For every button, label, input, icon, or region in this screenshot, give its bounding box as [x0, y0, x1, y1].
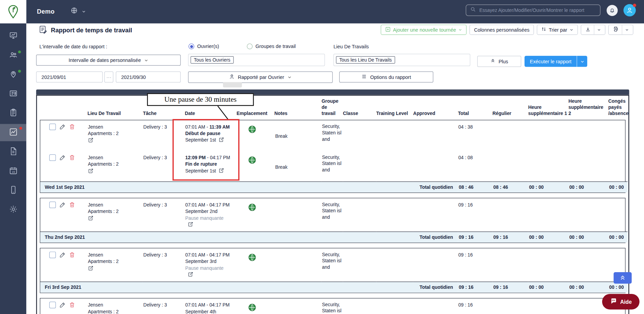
date-range-select[interactable]: Intervalle de dates personnalisée [36, 54, 181, 66]
edit-worksite-icon[interactable] [88, 137, 93, 145]
online-dot [18, 70, 21, 72]
worksites-chip[interactable]: Tous les Lieu De Travails [336, 56, 395, 64]
date-to-input[interactable] [116, 71, 181, 83]
daily-total-label: Total quotidien [419, 185, 458, 189]
edit-worksite-icon[interactable] [88, 215, 93, 222]
workers-filter-field[interactable]: Tous les Ouvriers [188, 54, 325, 66]
date-cell: 07:01 AM - 04:17 PMSeptember 4thPause ma… [185, 298, 237, 314]
row-select-checkbox[interactable] [49, 302, 56, 308]
row-select-checkbox[interactable] [49, 201, 56, 208]
edit-worksite-icon[interactable] [88, 266, 93, 273]
sidebar-item-dashboard[interactable] [0, 28, 26, 45]
location-globe-icon[interactable] [248, 156, 256, 166]
delete-row-icon[interactable] [69, 154, 75, 162]
table-top-bar [36, 89, 629, 95]
sidebar-item-schedule[interactable]: 15 [0, 163, 26, 180]
column-header: Heure supplémentaire 2 [568, 96, 608, 119]
language-selector[interactable] [71, 7, 86, 16]
run-report-caret[interactable] [577, 56, 587, 67]
delete-row-icon[interactable] [69, 201, 75, 209]
row-select-checkbox[interactable] [49, 123, 56, 130]
edit-worksite-icon[interactable] [88, 168, 93, 176]
edit-date-icon[interactable] [188, 222, 193, 229]
work-group: Security,Staten island [322, 151, 343, 182]
table-groups: Jensen Apartments : 2Delivery : 307:01 A… [37, 120, 629, 314]
location-globe-icon[interactable] [248, 303, 256, 313]
total-hours: 09 : 16 [458, 198, 492, 232]
notifications-button[interactable] [607, 5, 618, 16]
worksite-name: Jensen Apartments : 2 [88, 201, 127, 215]
global-search [466, 4, 600, 16]
daily-total-value: 09 : 16 [493, 282, 528, 293]
worksite-name: Jensen Apartments : 2 [88, 154, 127, 167]
daily-total-value: 00 : 00 [568, 232, 608, 243]
work-group: Security,Staten island [322, 120, 343, 151]
sort-by-button[interactable]: Trier par [537, 24, 578, 35]
location-globe-icon[interactable] [248, 125, 256, 135]
gear-icon [9, 205, 17, 215]
edit-row-icon[interactable] [60, 251, 66, 259]
help-button[interactable]: Aide [602, 294, 640, 310]
day-label: Thu 2nd Sep 2021 [40, 235, 85, 239]
news-icon [9, 89, 17, 99]
location-globe-icon[interactable] [248, 253, 256, 263]
download-button[interactable] [581, 24, 605, 35]
worksites-icon [9, 70, 17, 80]
date-range-label: L'intervalle de date du rapport : [39, 44, 107, 50]
row-select-checkbox[interactable] [49, 251, 56, 258]
workers-chip[interactable]: Tous les Ouvriers [191, 56, 234, 64]
worksites-filter-field[interactable]: Tous les Lieu De Travails [334, 54, 470, 66]
annotation-highlight-box [173, 119, 240, 181]
edit-row-icon[interactable] [60, 123, 66, 131]
report-table: Lieu De TravailTâcheDateEmplacementNotes… [36, 95, 629, 314]
note-text [274, 198, 322, 232]
sidebar-item-worksites[interactable] [0, 66, 26, 83]
reports-icon [9, 128, 17, 138]
location-globe-icon[interactable] [248, 203, 256, 213]
task-name: Delivery : 3 [143, 248, 185, 282]
sidebar-item-news[interactable] [0, 85, 26, 103]
row-select-checkbox[interactable] [49, 154, 56, 161]
table-collapse-tab[interactable] [223, 82, 242, 87]
scroll-to-top-button[interactable] [614, 272, 632, 284]
edit-row-icon[interactable] [60, 154, 66, 162]
worksites-label: Lieu De Travails [334, 44, 369, 50]
column-header: Heure supplémentaire 1 [528, 96, 568, 119]
app-logo[interactable] [0, 0, 26, 23]
add-tour-button[interactable]: Ajouter une nouvelle tournée [381, 24, 467, 35]
edit-row-icon[interactable] [60, 302, 66, 310]
sidebar-item-settings[interactable] [0, 201, 26, 218]
sidebar-item-tasks[interactable] [0, 105, 26, 122]
delete-row-icon[interactable] [69, 123, 75, 131]
table-header-row: Lieu De TravailTâcheDateEmplacementNotes… [37, 96, 630, 119]
note-text: Break [274, 120, 322, 151]
radio-workers[interactable]: Ouvrier(s) [189, 44, 219, 49]
sidebar-item-workers[interactable] [0, 47, 26, 64]
user-avatar[interactable] [624, 4, 636, 16]
topbar: Demo [26, 0, 644, 23]
delete-row-icon[interactable] [69, 251, 75, 259]
search-input[interactable] [479, 8, 596, 13]
search-icon [470, 6, 476, 14]
run-report-button[interactable]: Exécuter le rapport [525, 56, 577, 67]
daily-total-value: 09 : 16 [458, 282, 492, 293]
sidebar-item-documents[interactable] [0, 143, 26, 161]
column-header: Lieu De Travail [87, 96, 143, 119]
column-header: Classe [342, 96, 376, 119]
daily-total-value: 00 : 00 [568, 282, 608, 293]
sidebar-item-mobile[interactable] [0, 182, 26, 199]
day-total-row: Fri 3rd Sep 2021Total quotidien09 : 1609… [40, 282, 627, 293]
edit-date-icon[interactable] [188, 272, 193, 279]
delete-row-icon[interactable] [69, 302, 75, 310]
edit-row-icon[interactable] [60, 201, 66, 209]
reported-by-button[interactable]: Rapporté par Ouvrier [188, 71, 333, 83]
custom-columns-button[interactable]: Colonnes personnalisées [470, 24, 534, 35]
table-header: Lieu De TravailTâcheDateEmplacementNotes… [37, 96, 630, 119]
date-from-input[interactable] [36, 71, 102, 83]
radio-work-groups[interactable]: Groupes de travail [247, 44, 296, 49]
more-filters-button[interactable]: Plus [477, 56, 521, 67]
print-button[interactable] [608, 24, 633, 35]
sidebar-item-reports[interactable] [0, 124, 26, 141]
note-text [274, 248, 322, 282]
report-options-button[interactable]: Options du rapport [339, 71, 433, 83]
